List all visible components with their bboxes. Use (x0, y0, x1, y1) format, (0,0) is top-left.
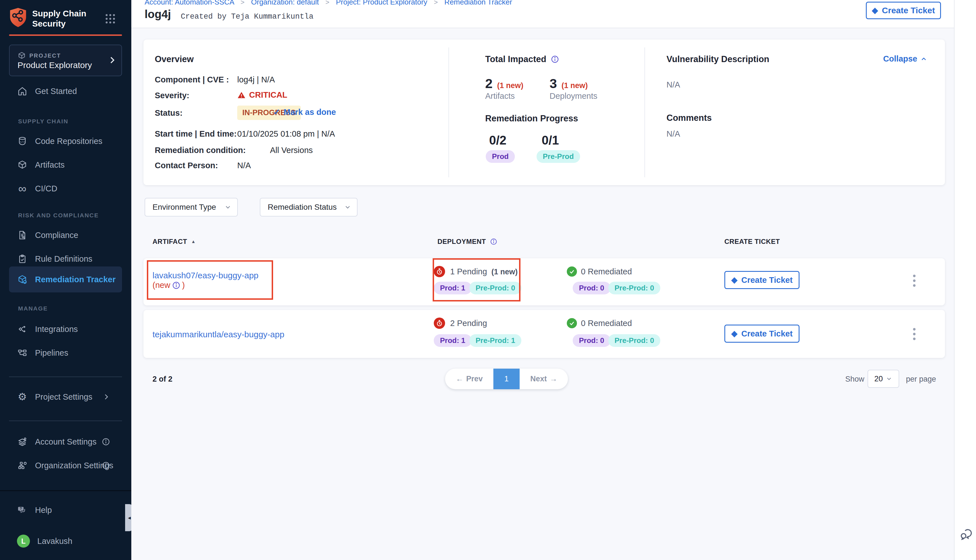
support-chat-icon[interactable] (958, 527, 974, 542)
collapse-label: Collapse (883, 54, 917, 63)
sidebar-divider (9, 377, 122, 377)
breadcrumb: Account: Automation-SSCA > Organization:… (145, 0, 512, 7)
sidebar-item-code-repositories[interactable]: </> Code Repositories (9, 132, 122, 150)
breadcrumb-separator: > (325, 0, 329, 6)
ticket-diamond-icon: ◆ (731, 330, 737, 338)
info-icon[interactable] (102, 461, 110, 470)
remediated-prod-badge: Prod: 0 (573, 334, 611, 347)
create-ticket-button-header[interactable]: ◆ Create Ticket (866, 2, 941, 19)
right-gutter (954, 0, 976, 560)
create-ticket-button-row[interactable]: ◆ Create Ticket (724, 271, 799, 289)
artifacts-count: 2 (485, 76, 492, 91)
chevron-down-icon (344, 203, 351, 211)
vertical-divider (644, 47, 645, 177)
breadcrumb-organization[interactable]: Organization: default (251, 0, 319, 6)
page-size-select[interactable]: 20 (868, 370, 899, 388)
ticket-diamond-icon: ◆ (731, 276, 737, 284)
remediated-preprod-badge: Pre-Prod: 0 (608, 282, 660, 294)
vertical-divider (449, 47, 449, 177)
info-icon[interactable] (102, 438, 110, 446)
sidebar-section-manage: MANAGE (18, 305, 48, 312)
pipelines-icon (17, 347, 28, 358)
pagination-summary: 2 of 2 (152, 375, 173, 383)
info-icon[interactable] (551, 55, 559, 63)
sidebar-item-label: Code Repositories (35, 137, 102, 146)
filter-label: Environment Type (152, 203, 216, 212)
sidebar-item-label: Remediation Tracker (35, 275, 115, 284)
sidebar-item-organization-settings[interactable]: Organization Settings (9, 457, 122, 475)
clipboard-check-icon (17, 253, 28, 264)
per-page-label: per page (906, 375, 936, 383)
time-label: Start time | End time: (155, 129, 237, 138)
app-grid-icon[interactable] (106, 14, 115, 23)
artifact-link[interactable]: tejakummarikuntla/easy-buggy-app (152, 329, 284, 340)
sidebar-item-help[interactable]: ? Help (9, 501, 122, 519)
show-label: Show (845, 375, 864, 383)
annotation-box-pending (433, 258, 521, 302)
user-name: Lavakush (37, 537, 72, 546)
next-page-button[interactable]: Next → (520, 368, 568, 389)
collapse-link[interactable]: Collapse (883, 54, 928, 63)
sidebar-item-cicd[interactable]: ∞ CI/CD (9, 180, 122, 198)
environment-type-filter[interactable]: Environment Type (145, 198, 238, 217)
mark-as-done-label: Mark as done (284, 108, 336, 117)
page-size-value: 20 (874, 375, 883, 383)
deployments-impacted: 3 (1 new) (550, 76, 588, 91)
sidebar-item-compliance[interactable]: Compliance (9, 226, 122, 244)
sidebar-item-label: Rule Definitions (35, 254, 92, 263)
pending-count: 2 Pending (450, 319, 487, 328)
create-ticket-button-row[interactable]: ◆ Create Ticket (724, 325, 799, 343)
sidebar-item-artifacts[interactable]: Artifacts (9, 156, 122, 174)
sidebar-divider (9, 420, 122, 421)
severity-text: CRITICAL (249, 90, 287, 100)
vulnerability-description-value: N/A (666, 80, 680, 90)
sidebar-item-integrations[interactable]: Integrations (9, 320, 122, 338)
chevron-down-icon (886, 375, 893, 382)
chevron-right-icon (102, 393, 110, 401)
sidebar-item-label: Get Started (35, 87, 77, 96)
breadcrumb-remediation-tracker[interactable]: Remediation Tracker (444, 0, 512, 6)
deployments-new-count: (1 new) (561, 81, 588, 90)
sidebar-item-label: Project Settings (35, 392, 92, 402)
breadcrumb-project[interactable]: Project: Product Exploratory (336, 0, 427, 6)
info-icon[interactable] (490, 238, 497, 245)
warning-triangle-icon (237, 91, 246, 99)
component-cve-label: Component | CVE : (155, 75, 229, 84)
row-menu-kebab-icon[interactable] (913, 328, 916, 340)
ticket-diamond-icon: ◆ (872, 7, 878, 14)
user-menu[interactable]: L Lavakush (9, 532, 122, 550)
sidebar-item-account-settings[interactable]: Account Settings (9, 433, 122, 451)
column-header-artifact[interactable]: ARTIFACT ▲ (152, 238, 196, 245)
condition-label: Remediation condition: (155, 146, 246, 155)
infinity-icon: ∞ (17, 183, 28, 194)
sidebar-section-supply-chain: SUPPLY CHAIN (18, 118, 68, 125)
column-header-create-ticket: CREATE TICKET (724, 238, 780, 245)
remediation-status-filter[interactable]: Remediation Status (260, 198, 357, 217)
page-number-active[interactable]: 1 (493, 368, 520, 389)
prev-page-button[interactable]: ← Prev (445, 368, 493, 389)
integrations-icon (17, 324, 28, 335)
column-header-deployment: DEPLOYMENT (437, 238, 497, 245)
create-ticket-label: Create Ticket (741, 329, 793, 338)
remediated-status-icon (567, 318, 577, 328)
remediated-count: 0 Remediated (581, 319, 632, 328)
project-selector[interactable]: PROJECT Product Exploratory (9, 45, 122, 76)
sidebar-item-project-settings[interactable]: ⚙ Project Settings (9, 388, 122, 406)
artifacts-impacted: 2 (1 new) (485, 76, 523, 91)
sidebar-item-rule-definitions[interactable]: Rule Definitions (9, 250, 122, 268)
sidebar-item-remediation-tracker[interactable]: Remediation Tracker (9, 270, 122, 288)
sidebar-item-pipelines[interactable]: Pipelines (9, 344, 122, 362)
breadcrumb-account[interactable]: Account: Automation-SSCA (145, 0, 234, 6)
mark-as-done-link[interactable]: ✓ Mark as done (274, 107, 336, 117)
sidebar-section-risk-compliance: RISK AND COMPLIANCE (18, 212, 99, 219)
total-impacted-heading: Total Impacted (485, 54, 559, 64)
sidebar-item-get-started[interactable]: Get Started (9, 82, 122, 100)
annotation-box-artifact (147, 260, 273, 300)
preprod-badge: Pre-Prod (537, 150, 580, 163)
sidebar-item-label: Compliance (35, 231, 78, 240)
sidebar-item-label: Integrations (35, 325, 78, 334)
row-menu-kebab-icon[interactable] (913, 275, 916, 287)
remediation-tracker-icon (17, 274, 28, 285)
column-label: DEPLOYMENT (437, 238, 486, 245)
column-label: CREATE TICKET (724, 238, 780, 245)
